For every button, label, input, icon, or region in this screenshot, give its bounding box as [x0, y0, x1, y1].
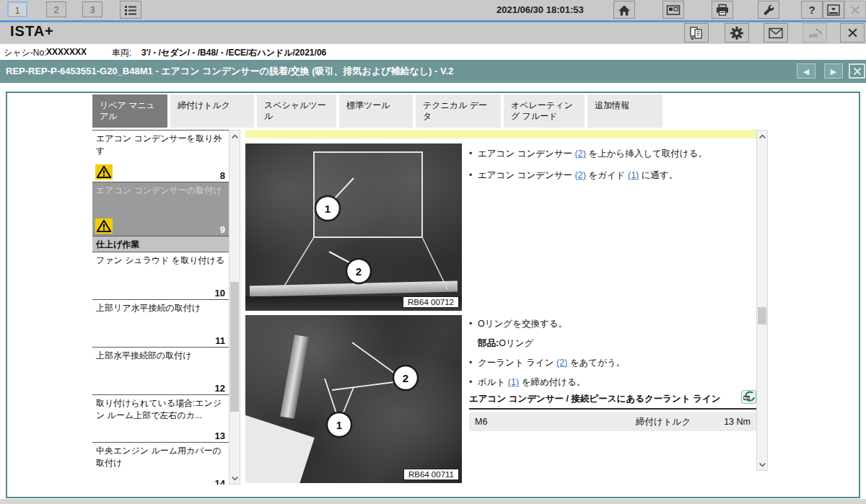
callout-link-2[interactable]: (2) — [575, 170, 586, 180]
sidebar-scrollbar[interactable] — [229, 130, 240, 485]
minimize-shade-button[interactable] — [823, 1, 844, 19]
step-item-center-engine-cover[interactable]: 中央エンジン ルーム用カバーの取付け 14 — [92, 443, 229, 485]
document-transfer-button[interactable] — [684, 23, 709, 43]
bullet-marker: • — [469, 376, 478, 388]
instruction-step: •エアコン コンデンサー (2) を上から挿入して取付ける。 — [469, 148, 707, 159]
torque-table-header: エアコン コンデンサー / 接続ピースにあるクーラント ライン Nm — [469, 393, 756, 410]
tab-label: オペレーティング フルード — [511, 100, 573, 121]
step-label: 取り付けられている場合:エンジン ルーム上部で左右のカ... — [92, 395, 229, 422]
workspace-tab-2[interactable]: 2 — [46, 1, 66, 17]
step-label: エアコン コンデンサーの取付け — [92, 182, 229, 197]
air-button[interactable]: AIR — [802, 23, 827, 43]
step-text: をあてがう。 — [567, 358, 625, 368]
home-button[interactable] — [613, 1, 635, 19]
step-item-upper-connection[interactable]: 上部水平接続部の取付け 12 — [92, 348, 229, 395]
step-text: エアコン コンデンサー — [478, 170, 575, 180]
step-text: クーラント ライン — [478, 358, 556, 368]
id-card-button[interactable] — [662, 1, 684, 19]
step-number: 13 — [215, 430, 225, 441]
step-number: 8 — [220, 170, 225, 181]
bullet-marker: • — [469, 169, 478, 181]
nav-forward-button[interactable]: ▶ — [824, 63, 843, 79]
callout-link-1[interactable]: (1) — [628, 170, 639, 180]
close-icon — [850, 5, 860, 15]
window-shade-icon — [827, 4, 840, 16]
tab-label: スペシャルツール — [264, 100, 326, 121]
svg-text:AIR: AIR — [809, 33, 818, 38]
step-item-upper-rear-connection[interactable]: 上部リア水平接続の取付け 11 — [92, 300, 229, 348]
warning-icon — [95, 218, 113, 234]
step-label: ファン シュラウド を取り付ける — [92, 252, 229, 267]
help-button[interactable]: ? — [801, 1, 823, 19]
step-item-install-condenser[interactable]: エアコン コンデンサーの取付け 9 — [92, 182, 229, 236]
tab-additional-info[interactable]: 追加情報 — [587, 94, 662, 128]
scroll-thumb[interactable] — [758, 307, 766, 324]
callout-link-2[interactable]: (2) — [556, 358, 567, 368]
instruction-step: •クーラント ライン (2) をあてがう。 — [469, 357, 625, 368]
step-text: を締め付ける。 — [519, 377, 585, 387]
envelope-icon — [769, 27, 783, 39]
mail-button[interactable] — [764, 23, 788, 43]
scroll-down-button[interactable] — [229, 472, 240, 484]
tab-label: リペア マニュアル — [100, 100, 155, 121]
step-number: 11 — [215, 335, 225, 346]
tab-standard-tools[interactable]: 標準ツール — [339, 94, 413, 128]
bullet-marker: • — [469, 318, 478, 330]
step-label: 中央エンジン ルーム用カバーの取付け — [92, 443, 229, 469]
chevron-up-icon — [231, 134, 239, 139]
scroll-down-button[interactable] — [757, 459, 767, 470]
settings-button[interactable] — [725, 23, 749, 43]
scroll-thumb[interactable] — [230, 282, 239, 412]
torque-table-title: エアコン コンデンサー / 接続ピースにあるクーラント ライン — [469, 394, 721, 404]
workspace-list-button[interactable] — [120, 1, 141, 19]
torque-size: M6 — [475, 417, 487, 427]
step-text: を上から挿入して取付ける。 — [586, 149, 707, 159]
callout-link-2[interactable]: (2) — [575, 149, 586, 159]
id-card-icon — [666, 4, 681, 17]
scroll-up-button[interactable] — [757, 131, 767, 142]
svg-text:Nm: Nm — [743, 396, 750, 400]
step-item-if-installed-covers[interactable]: 取り付けられている場合:エンジン ルーム上部で左右のカ... 13 — [92, 395, 229, 443]
tab-repair-manual[interactable]: リペア マニュアル — [92, 94, 167, 128]
part-label: 部品: — [478, 338, 499, 348]
printer-icon — [715, 4, 730, 17]
figure-condenser-overview[interactable]: 1 2 RB64 00712 — [245, 143, 462, 311]
back-arrow-icon: ◀ — [803, 67, 809, 76]
part-value: Oリング — [499, 338, 533, 348]
vehicle-label: 車両: — [112, 47, 131, 59]
step-label: 上部水平接続部の取付け — [92, 348, 229, 362]
close-app-button[interactable] — [844, 1, 866, 19]
chassis-label: シャシ-No: — [4, 47, 47, 59]
figure-coolant-line-detail[interactable]: 2 1 RB64 00711 — [245, 315, 462, 483]
workspace-tab-1[interactable]: 1 — [7, 1, 27, 17]
nav-back-button[interactable]: ◀ — [797, 63, 815, 79]
torque-nm-icon: Nm — [741, 390, 756, 404]
tab-technical-data[interactable]: テクニカル データ — [416, 94, 501, 128]
step-item-remove-condenser[interactable]: エアコン コンデンサーを取り外す 8 — [92, 131, 229, 182]
tab-operating-fluids[interactable]: オペレーティング フルード — [504, 94, 585, 128]
bullet-marker: • — [469, 148, 478, 159]
document-transfer-icon — [689, 26, 704, 40]
top-toolbar: 1 2 3 2021/06/30 18:01:53 — [0, 0, 866, 20]
step-number: 14 — [215, 478, 225, 485]
settings-wrench-button[interactable] — [758, 1, 779, 19]
close-session-button[interactable] — [840, 23, 865, 43]
chevron-down-icon — [231, 476, 239, 481]
step-label: エアコン コンデンサーを取り外す — [92, 131, 229, 157]
torque-name: 締付けトルク — [636, 416, 691, 428]
close-document-button[interactable] — [849, 63, 865, 79]
callout-link-1[interactable]: (1) — [508, 377, 519, 387]
print-button[interactable] — [712, 1, 733, 19]
scroll-up-button[interactable] — [229, 131, 240, 142]
step-item-install-fan-shroud[interactable]: ファン シュラウド を取り付ける 10 — [92, 252, 229, 300]
tab-special-tools[interactable]: スペシャルツール — [257, 94, 336, 128]
figure-reference-label: RB64 00711 — [403, 469, 459, 480]
workspace-tab-3[interactable]: 3 — [82, 1, 102, 17]
tab-tightening-torque[interactable]: 締付けトルク — [170, 94, 254, 128]
step-text: Oリングを交換する。 — [478, 319, 567, 329]
content-scrollbar[interactable] — [756, 130, 768, 471]
step-text: ボルト — [478, 377, 508, 387]
figure-reference-label: RB64 00712 — [403, 296, 459, 308]
gear-icon — [730, 26, 744, 40]
vehicle-info-bar: シャシ-No: XXXXXXX 車両: 3'/ - /セダン/ - /B48/ … — [0, 44, 866, 60]
